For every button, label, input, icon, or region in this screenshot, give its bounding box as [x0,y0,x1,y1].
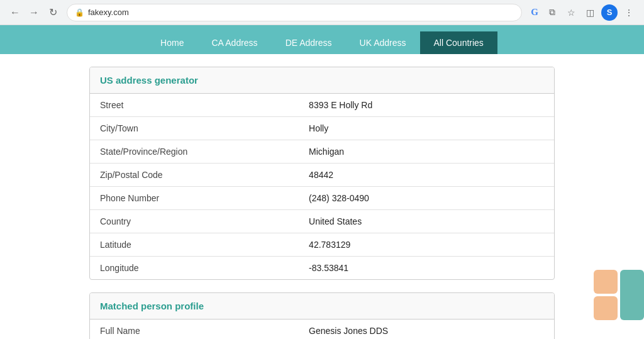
table-row: Street8393 E Holly Rd [90,94,554,117]
person-card-title: Matched person profile [90,293,554,320]
table-row: State/Province/RegionMichigan [90,140,554,164]
page-content: Home CA Address DE Address UK Address Al… [0,25,644,339]
address-card: US address generator Street8393 E Holly … [89,67,555,280]
tab-uk-address[interactable]: UK Address [346,31,420,54]
row-label: Country [90,210,299,233]
row-value: Michigan [299,140,554,164]
table-row: Full NameGenesis Jones DDS [90,320,554,339]
person-table: Full NameGenesis Jones DDSGenderfemale [90,320,554,339]
nav-tabs: Home CA Address DE Address UK Address Al… [0,31,644,54]
reload-button[interactable]: ↻ [45,5,60,20]
table-row: Zip/Postal Code48442 [90,164,554,187]
tab-home[interactable]: Home [147,31,197,54]
nav-buttons: ← → ↻ [8,5,60,20]
row-label: State/Province/Region [90,140,299,164]
browser-actions: G ⧉ ☆ ◫ S ⋮ [528,4,636,21]
row-label: Phone Number [90,187,299,210]
row-value: Genesis Jones DDS [299,320,554,339]
google-icon: G [528,6,541,19]
table-row: Phone Number(248) 328-0490 [90,187,554,210]
row-label: Longitude [90,257,299,280]
address-table: Street8393 E Holly RdCity/TownHollyState… [90,94,554,279]
url-text: fakexy.com [88,8,129,17]
address-bar[interactable]: 🔒 fakexy.com [67,4,522,21]
forward-button[interactable]: → [26,5,42,20]
site-header: Home CA Address DE Address UK Address Al… [0,25,644,54]
lock-icon: 🔒 [75,8,84,17]
row-label: Zip/Postal Code [90,164,299,187]
tab-ca-address[interactable]: CA Address [197,31,271,54]
row-value: -83.53841 [299,257,554,280]
tab-de-address[interactable]: DE Address [272,31,346,54]
back-button[interactable]: ← [8,5,23,20]
main-content: US address generator Street8393 E Holly … [39,54,605,339]
table-row: City/TownHolly [90,117,554,140]
person-card: Matched person profile Full NameGenesis … [89,292,555,339]
row-value: 48442 [299,164,554,187]
address-card-title: US address generator [90,67,554,94]
row-label: Street [90,94,299,117]
row-label: City/Town [90,117,299,140]
tab-search-button[interactable]: ◫ [582,5,597,20]
table-row: Longitude-83.53841 [90,257,554,280]
row-value: Holly [299,117,554,140]
table-row: Latitude42.783129 [90,233,554,257]
row-value: 8393 E Holly Rd [299,94,554,117]
row-value: (248) 328-0490 [299,187,554,210]
row-label: Full Name [90,320,299,339]
bookmark-button[interactable]: ☆ [564,5,579,20]
extensions-button[interactable]: ⧉ [545,5,560,20]
browser-chrome: ← → ↻ 🔒 fakexy.com G ⧉ ☆ ◫ S ⋮ [0,0,644,25]
menu-button[interactable]: ⋮ [621,5,636,20]
table-row: CountryUnited States [90,210,554,233]
row-value: United States [299,210,554,233]
row-value: 42.783129 [299,233,554,257]
profile-button[interactable]: S [601,4,618,21]
row-label: Latitude [90,233,299,257]
tab-all-countries[interactable]: All Countries [420,31,497,54]
